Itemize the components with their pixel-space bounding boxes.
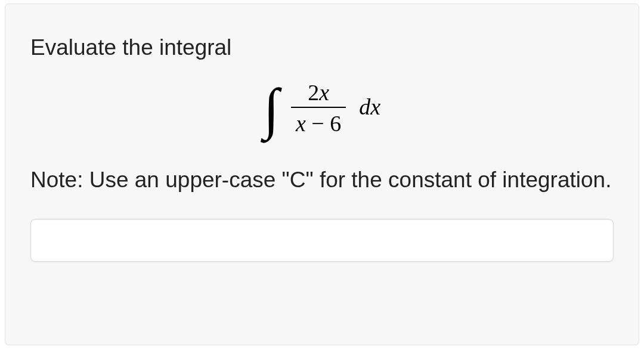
minus-sign: − — [306, 111, 330, 136]
question-prompt: Evaluate the integral — [30, 33, 614, 63]
answer-input[interactable] — [30, 219, 614, 262]
question-card: Evaluate the integral ∫ 2x x − 6 dx Note… — [5, 4, 639, 345]
integral-sign-icon: ∫ — [264, 80, 279, 137]
denominator-constant: 6 — [330, 111, 341, 136]
integral-expression: ∫ 2x x − 6 dx — [30, 79, 614, 137]
denominator-variable: x — [296, 111, 306, 136]
fraction: 2x x − 6 — [291, 79, 346, 137]
fraction-denominator: x − 6 — [291, 108, 346, 137]
question-note: Note: Use an upper-case "C" for the cons… — [30, 164, 614, 196]
differential-dx: dx — [359, 94, 380, 120]
fraction-numerator: 2x — [303, 79, 334, 107]
